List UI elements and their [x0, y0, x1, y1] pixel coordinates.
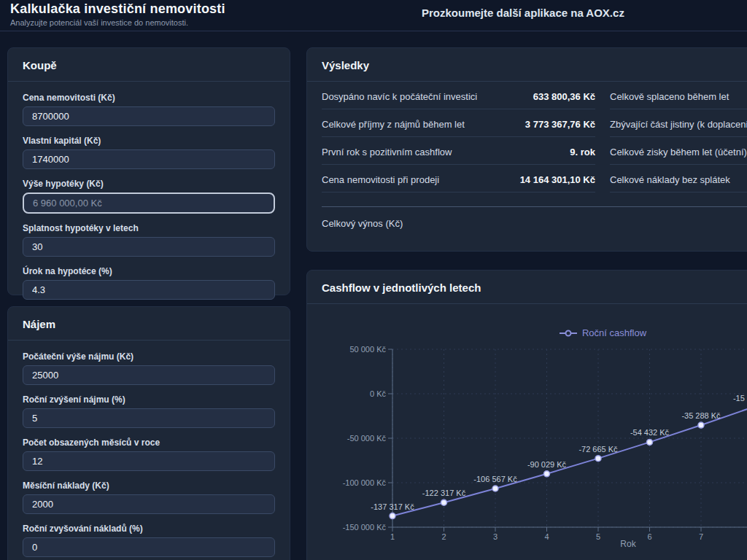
- result-label: Zbývající část jistiny (k doplaceni): [610, 119, 747, 130]
- result-value: 14 164 301,10 Kč: [520, 174, 595, 185]
- monthly-costs-label: Měsíční náklady (Kč): [23, 481, 275, 491]
- svg-text:-15 197 Kč: -15 197 Kč: [733, 394, 747, 402]
- cashflow-line-chart: 50 000 Kč0 Kč-50 000 Kč-100 000 Kč-150 0…: [307, 322, 747, 560]
- field-mortgage-years: Splatnost hypotéky v letech: [23, 223, 275, 257]
- chart-panel-title: Cashflow v jednotlivých letech: [307, 271, 747, 304]
- result-row: Zbývající část jistiny (k doplaceni): [610, 109, 747, 137]
- svg-text:2: 2: [441, 532, 446, 541]
- svg-text:0 Kč: 0 Kč: [370, 389, 387, 398]
- svg-text:-100 000 Kč: -100 000 Kč: [343, 478, 387, 487]
- mortgage-years-label: Splatnost hypotéky v letech: [23, 223, 275, 233]
- occupied-months-label: Počet obsazených měsíců v roce: [23, 438, 275, 448]
- result-label: Cena nemovitosti při prodeji: [322, 174, 439, 185]
- field-rent-increase: Roční zvýšení nájmu (%): [23, 394, 275, 428]
- purchase-form: Cena nemovitosti (Kč) Vlastní kapitál (K…: [8, 82, 290, 311]
- svg-text:-35 288 Kč: -35 288 Kč: [681, 411, 721, 420]
- field-mortgage-amount: Výše hypotéky (Kč): [23, 179, 275, 214]
- page-subtitle: Analyzujte potenciál vaší investice do n…: [10, 18, 188, 27]
- occupied-months-input[interactable]: [23, 451, 275, 471]
- result-label: Celkově splaceno během let: [610, 91, 729, 102]
- results-col-right: Celkově splaceno během let Zbývající čás…: [610, 82, 747, 192]
- field-own-capital: Vlastní kapitál (Kč): [23, 136, 275, 169]
- results-col-left: Dosypáno navíc k počáteční investici 633…: [322, 82, 595, 192]
- svg-text:-90 029 Kč: -90 029 Kč: [527, 460, 567, 469]
- field-occupied-months: Počet obsazených měsíců v roce: [23, 438, 275, 471]
- result-value: 3 773 367,76 Kč: [525, 119, 595, 130]
- field-monthly-costs: Měsíční náklady (Kč): [23, 481, 275, 514]
- result-label: Celkové náklady bez splátek: [610, 174, 730, 185]
- cashflow-chart-panel: Cashflow v jednotlivých letech Roční cas…: [306, 270, 747, 560]
- rent-form: Počáteční výše nájmu (Kč) Roční zvýšení …: [8, 341, 290, 560]
- result-row: První rok s pozitivním cashflow 9. rok: [322, 137, 595, 165]
- svg-text:4: 4: [544, 532, 549, 541]
- svg-text:-72 665 Kč: -72 665 Kč: [578, 445, 618, 454]
- field-costs-increase: Roční zvyšování nákladů (%): [23, 524, 275, 557]
- result-row: Celkově splaceno během let: [610, 82, 747, 109]
- result-label: Dosypáno navíc k počáteční investici: [322, 91, 477, 102]
- svg-text:-54 432 Kč: -54 432 Kč: [630, 428, 670, 437]
- mortgage-rate-label: Úrok na hypotéce (%): [23, 266, 275, 276]
- svg-text:Rok: Rok: [620, 539, 636, 549]
- svg-text:5: 5: [596, 532, 600, 541]
- field-mortgage-rate: Úrok na hypotéce (%): [23, 266, 275, 300]
- results-panel: Výsledky Dosypáno navíc k počáteční inve…: [306, 47, 747, 252]
- own-capital-label: Vlastní kapitál (Kč): [23, 136, 275, 146]
- total-yield-label: Celkový výnos (Kč): [307, 207, 747, 240]
- result-row: Celkové zisky během let (účetní): [610, 137, 747, 165]
- result-row: Dosypáno navíc k počáteční investici 633…: [322, 82, 595, 109]
- property-price-label: Cena nemovitosti (Kč): [23, 93, 275, 103]
- svg-text:-150 000 Kč: -150 000 Kč: [343, 523, 387, 532]
- purchase-panel-title: Koupě: [8, 48, 290, 82]
- rent-panel: Nájem Počáteční výše nájmu (Kč) Roční zv…: [7, 306, 290, 560]
- app-header: Kalkulačka investiční nemovitosti Analyz…: [0, 0, 747, 31]
- costs-increase-label: Roční zvyšování nákladů (%): [23, 524, 275, 534]
- svg-text:7: 7: [699, 532, 703, 541]
- results-panel-title: Výsledky: [307, 48, 747, 82]
- page-title: Kalkulačka investiční nemovitosti: [10, 1, 225, 17]
- field-initial-rent: Počáteční výše nájmu (Kč): [23, 351, 275, 385]
- svg-text:1: 1: [390, 532, 395, 541]
- svg-text:50 000 Kč: 50 000 Kč: [349, 345, 386, 354]
- field-property-price: Cena nemovitosti (Kč): [23, 93, 275, 126]
- svg-text:-106 567 Kč: -106 567 Kč: [473, 475, 517, 483]
- result-value: 9. rok: [570, 147, 595, 158]
- own-capital-input[interactable]: [23, 149, 275, 169]
- property-price-input[interactable]: [23, 106, 275, 126]
- result-label: Celkové příjmy z nájmů během let: [322, 119, 465, 130]
- result-label: Celkové zisky během let (účetní): [610, 147, 747, 158]
- result-label: První rok s pozitivním cashflow: [322, 147, 452, 158]
- monthly-costs-input[interactable]: [23, 494, 275, 514]
- rent-panel-title: Nájem: [8, 307, 290, 341]
- initial-rent-label: Počáteční výše nájmu (Kč): [23, 351, 275, 362]
- svg-text:-137 317 Kč: -137 317 Kč: [371, 502, 414, 511]
- rent-increase-label: Roční zvýšení nájmu (%): [23, 394, 275, 405]
- svg-text:3: 3: [493, 532, 498, 541]
- purchase-panel: Koupě Cena nemovitosti (Kč) Vlastní kapi…: [7, 47, 290, 295]
- mortgage-rate-input[interactable]: [23, 280, 275, 300]
- result-row: Celkové náklady bez splátek: [610, 165, 747, 192]
- mortgage-years-input[interactable]: [23, 237, 275, 257]
- results-grid: Dosypáno navíc k počáteční investici 633…: [307, 82, 747, 192]
- initial-rent-input[interactable]: [23, 365, 275, 385]
- mortgage-amount-input: [23, 192, 275, 214]
- result-row: Cena nemovitosti při prodeji 14 164 301,…: [322, 165, 595, 192]
- result-value: 633 800,36 Kč: [533, 91, 595, 102]
- svg-text:6: 6: [647, 532, 651, 541]
- other-apps-link[interactable]: Prozkoumejte další aplikace na AOX.cz: [422, 7, 624, 19]
- rent-increase-input[interactable]: [23, 408, 275, 428]
- svg-text:-122 317 Kč: -122 317 Kč: [422, 489, 466, 497]
- svg-text:-50 000 Kč: -50 000 Kč: [347, 434, 387, 443]
- result-row: Celkové příjmy z nájmů během let 3 773 3…: [322, 109, 595, 137]
- mortgage-amount-label: Výše hypotéky (Kč): [23, 179, 275, 189]
- costs-increase-input[interactable]: [23, 537, 275, 557]
